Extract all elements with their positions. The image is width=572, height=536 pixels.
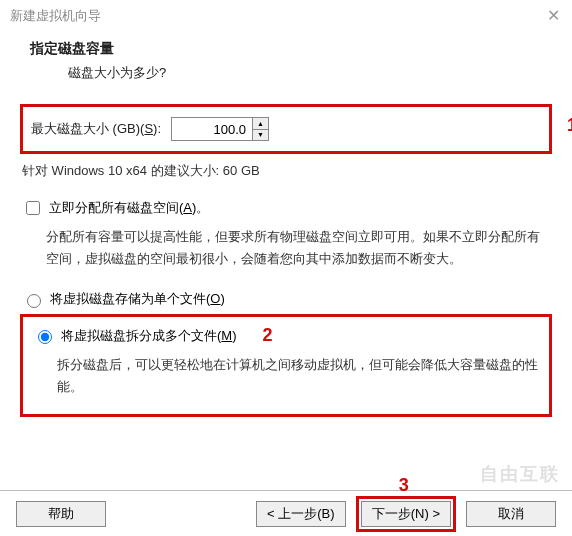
split-multiple-row: 将虚拟磁盘拆分成多个文件(M) 2 (33, 325, 539, 346)
split-multiple-desc: 拆分磁盘后，可以更轻松地在计算机之间移动虚拟机，但可能会降低大容量磁盘的性能。 (57, 354, 539, 398)
disk-size-row: 最大磁盘大小 (GB)(S): ▲ ▼ (31, 117, 541, 141)
page-title: 指定磁盘容量 (30, 40, 552, 58)
annotation-label-1: 1 (567, 115, 572, 136)
spinner-up-icon[interactable]: ▲ (253, 118, 268, 130)
cancel-button[interactable]: 取消 (466, 501, 556, 527)
recommended-size: 针对 Windows 10 x64 的建议大小: 60 GB (22, 162, 552, 180)
store-single-label: 将虚拟磁盘存储为单个文件(O) (50, 290, 225, 308)
disk-size-spinner[interactable]: ▲ ▼ (171, 117, 269, 141)
annotation-label-3: 3 (399, 475, 409, 496)
disk-size-label: 最大磁盘大小 (GB)(S): (31, 120, 161, 138)
allocate-now-checkbox[interactable] (26, 201, 40, 215)
split-multiple-label: 将虚拟磁盘拆分成多个文件(M) (61, 327, 237, 345)
close-icon[interactable]: ✕ (547, 6, 560, 25)
allocate-now-label: 立即分配所有磁盘空间(A)。 (49, 199, 209, 217)
spinner-down-icon[interactable]: ▼ (253, 130, 268, 141)
allocate-now-desc: 分配所有容量可以提高性能，但要求所有物理磁盘空间立即可用。如果不立即分配所有空间… (46, 226, 552, 270)
store-single-row: 将虚拟磁盘存储为单个文件(O) (22, 290, 552, 308)
wizard-header: 指定磁盘容量 磁盘大小为多少? (0, 32, 572, 94)
annotation-box-1: 最大磁盘大小 (GB)(S): ▲ ▼ 1 (20, 104, 552, 154)
disk-size-input[interactable] (172, 118, 252, 140)
store-single-radio[interactable] (27, 294, 41, 308)
watermark: 自由互联 (480, 462, 560, 486)
footer: 帮助 < 上一步(B) 3 下一步(N) > 取消 (0, 490, 572, 536)
annotation-box-3: 3 下一步(N) > (356, 496, 456, 532)
titlebar: 新建虚拟机向导 ✕ (0, 0, 572, 32)
window-title: 新建虚拟机向导 (10, 7, 101, 25)
content-area: 最大磁盘大小 (GB)(S): ▲ ▼ 1 针对 Windows 10 x64 … (0, 94, 572, 417)
help-button[interactable]: 帮助 (16, 501, 106, 527)
annotation-label-2: 2 (263, 325, 273, 346)
annotation-box-2: 将虚拟磁盘拆分成多个文件(M) 2 拆分磁盘后，可以更轻松地在计算机之间移动虚拟… (20, 314, 552, 417)
next-button[interactable]: 下一步(N) > (361, 501, 451, 527)
back-button[interactable]: < 上一步(B) (256, 501, 346, 527)
split-multiple-radio[interactable] (38, 330, 52, 344)
allocate-now-row: 立即分配所有磁盘空间(A)。 (22, 198, 552, 218)
spinner-arrows: ▲ ▼ (252, 118, 268, 140)
page-subtitle: 磁盘大小为多少? (68, 64, 552, 82)
